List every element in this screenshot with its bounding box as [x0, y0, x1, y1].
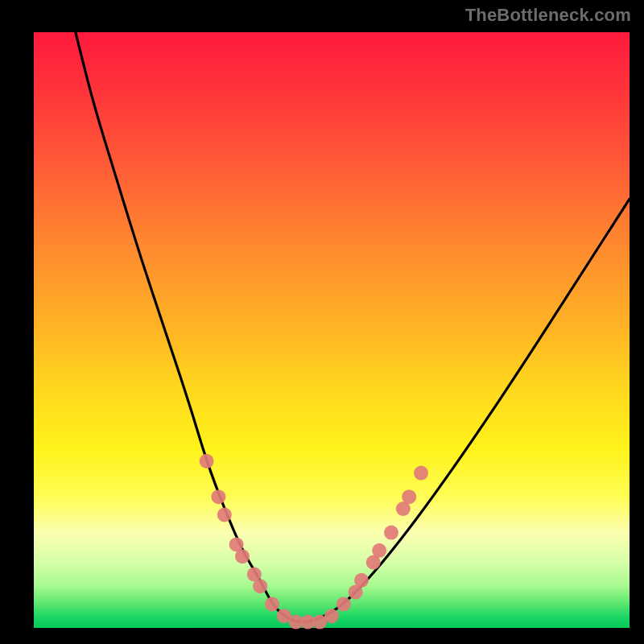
sample-point: [211, 489, 225, 504]
sample-point: [217, 507, 232, 522]
sample-point: [384, 526, 398, 540]
chart-frame: TheBottleneck.com: [0, 0, 644, 644]
sample-point: [354, 573, 369, 588]
bottleneck-curve: [76, 32, 630, 622]
sample-points: [200, 454, 428, 630]
sample-point: [253, 579, 267, 593]
sample-point: [324, 609, 339, 623]
sample-point: [336, 597, 351, 611]
sample-point: [414, 466, 428, 481]
sample-point: [372, 543, 386, 558]
watermark-label: TheBottleneck.com: [465, 5, 631, 26]
sample-point: [200, 454, 214, 469]
sample-point: [235, 549, 250, 564]
sample-point: [402, 489, 416, 504]
plot-area: [34, 32, 630, 628]
chart-svg: [34, 32, 630, 628]
sample-point: [265, 597, 279, 611]
